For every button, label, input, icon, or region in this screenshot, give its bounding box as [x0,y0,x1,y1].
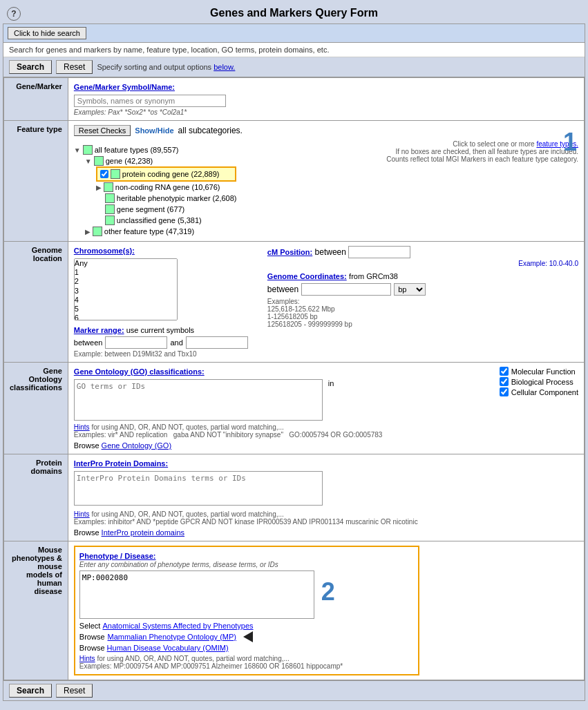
tree-icon [104,182,113,192]
cm-between-label: between [315,247,349,257]
browse-label-omim: Browse [79,644,105,652]
protein-domains-row: Protein domains InterPro Protein Domains… [4,454,585,541]
molecular-function-checkbox[interactable] [500,367,509,376]
marker-range-link[interactable]: Marker range: [74,326,124,334]
bottom-reset-button[interactable]: Reset [56,684,93,698]
biological-process-label: Biological Process [511,378,573,386]
marker-range-section: Marker range: use current symbols betwee… [74,326,254,358]
biological-process-checkbox[interactable] [500,377,509,386]
chromosome-select[interactable]: Any 1 2 3 4 5 6 [74,258,178,320]
tree-item-other: ▶ other feature type (47,319) [85,226,237,237]
feature-type-label: Feature type [4,121,68,242]
top-reset-button[interactable]: Reset [56,60,93,74]
gene-marker-input[interactable] [74,95,226,107]
tree-item-heritable: heritable phenotypic marker (2,608) [96,193,237,204]
marker-range-from-input[interactable] [105,336,167,349]
mouse-phenotypes-content: Phenotype / Disease: Enter any combinati… [68,541,584,680]
label-num-2: 2 [321,570,335,606]
tree-label: gene segment (677) [117,205,184,213]
molecular-function-label: Molecular Function [511,367,576,376]
mp-link[interactable]: Mammalian Phenotype Ontology (MP) [108,633,236,641]
tree-item-gene-segment: gene segment (677) [96,204,237,215]
tree-item-noncoding: ▶ non-coding RNA gene (10,676) [96,182,237,193]
phenotype-hints-text: for using AND, OR, AND NOT, quotes, part… [97,655,289,662]
sort-options-link[interactable]: below. [214,63,235,71]
gene-marker-example: Examples: Pax* *Sox2* *os *Col2a1* [74,108,578,116]
form-table: Gene/Marker Gene/Marker Symbol/Name: Exa… [3,77,585,680]
tree-label: other feature type (47,319) [104,227,194,236]
bottom-search-button[interactable]: Search [9,684,52,698]
chromosome-link[interactable]: Chromosome(s): [74,247,135,255]
browse-omim-row: Browse Human Disease Vocabulary (OMIM) [79,644,414,652]
tree-icon [105,204,115,214]
tree-folder-icon [83,145,93,155]
feature-type-notes: Click to select one or more feature type… [243,140,578,237]
top-search-button[interactable]: Search [9,60,52,74]
hide-search-button[interactable]: Click to hide search [8,27,86,39]
tree-label: all feature types (89,557) [95,146,179,154]
protein-hints-link[interactable]: Hints [74,510,90,518]
protein-domains-label: Protein domains [4,454,68,541]
tree-item-gene: ▼ gene (42,238) [85,155,237,166]
phenotype-textarea[interactable] [79,570,314,619]
tree-label: protein coding gene (22,889) [122,170,220,178]
gene-marker-field-link[interactable]: Gene/Marker Symbol/Name: [74,83,175,91]
mouse-phenotypes-label: Mouse phenotypes & mouse models of human… [4,541,68,680]
phenotype-disease-link[interactable]: Phenotype / Disease: [79,552,156,560]
gene-ontology-row: Gene Ontology classifications Gene Ontol… [4,363,585,454]
protein-coding-checkbox[interactable] [100,170,108,178]
go-browse-link[interactable]: Gene Ontology (GO) [102,441,172,450]
cellular-component-checkbox[interactable] [500,387,509,396]
go-hints-link[interactable]: Hints [74,423,90,431]
gene-marker-content: Gene/Marker Symbol/Name: Examples: Pax* … [68,78,584,121]
go-browse: Browse Gene Ontology (GO) [74,441,578,450]
show-hide-link[interactable]: Show/Hide [135,126,173,135]
molecular-function-row: Molecular Function [500,367,578,376]
tree-icon [111,169,120,179]
go-checkboxes: Molecular Function Biological Process Ce… [493,367,578,421]
protein-textarea[interactable] [74,471,323,506]
use-current-text: use current symbols [126,326,194,334]
reset-checks-button[interactable]: Reset Checks [74,125,131,136]
hide-search-bar: Click to hide search [3,24,585,43]
select-anatomical-row: Select Anatomical Systems Affected by Ph… [79,622,414,630]
tree-icon [105,193,115,203]
page-title: Genes and Markers Query Form [6,7,582,19]
select-label: Select [79,622,101,630]
tree-folder-icon [94,156,104,166]
title-bar: ? Genes and Markers Query Form [3,3,585,23]
unit-select[interactable]: bp Mbp [394,283,426,296]
go-classifications-link[interactable]: Gene Ontology (GO) classifications: [74,367,205,376]
cm-from-input[interactable] [348,246,410,258]
protein-hints-text: for using AND, OR, AND NOT, quotes, part… [91,510,283,518]
biological-process-row: Biological Process [500,377,578,386]
coord-input[interactable] [301,283,391,296]
phenotype-hints-link[interactable]: Hints [79,655,95,662]
tree-triangle: ▼ [85,157,92,165]
feature-note2: If no boxes are checked, then all featur… [271,148,578,155]
feature-tree: ▼ all feature types (89,557) ▼ gene (42,… [74,144,237,237]
omim-link[interactable]: Human Disease Vocabulary (OMIM) [107,644,229,652]
gene-ontology-label: Gene Ontology classifications [4,363,68,454]
cm-position-link[interactable]: cM Position: [267,248,312,256]
tree-label: gene (42,238) [106,157,153,165]
anatomical-link[interactable]: Anatomical Systems Affected by Phenotype… [102,622,253,630]
phenotype-examples: Examples: MP:0009754 AND MP:0009751 Alzh… [79,662,414,670]
tree-label: unclassified gene (5,381) [117,216,202,224]
protein-examples: Examples: inhibitor* AND *peptide GPCR A… [74,518,578,526]
mouse-phenotypes-row: Mouse phenotypes & mouse models of human… [4,541,585,680]
genome-coord-link[interactable]: Genome Coordinates: [267,272,347,280]
interpro-link[interactable]: InterPro Protein Domains: [74,459,168,468]
gene-marker-label: Gene/Marker [4,78,68,121]
marker-range-example: Example: between D19Mit32 and Tbx10 [74,350,254,358]
genome-location-content: Chromosome(s): Any 1 2 3 4 5 6 [68,242,584,363]
marker-range-to-input[interactable] [186,336,248,349]
go-textarea[interactable] [74,379,323,421]
cellular-component-row: Cellular Component [500,387,578,396]
bottom-search-bar: Search Reset [3,680,585,700]
interpro-browse-link[interactable]: InterPro protein domains [102,528,184,537]
gene-marker-row: Gene/Marker Gene/Marker Symbol/Name: Exa… [4,78,585,121]
help-icon[interactable]: ? [7,7,21,21]
tree-triangle: ▶ [85,228,91,236]
phenotype-hints: Hints for using AND, OR, AND NOT, quotes… [79,655,414,662]
